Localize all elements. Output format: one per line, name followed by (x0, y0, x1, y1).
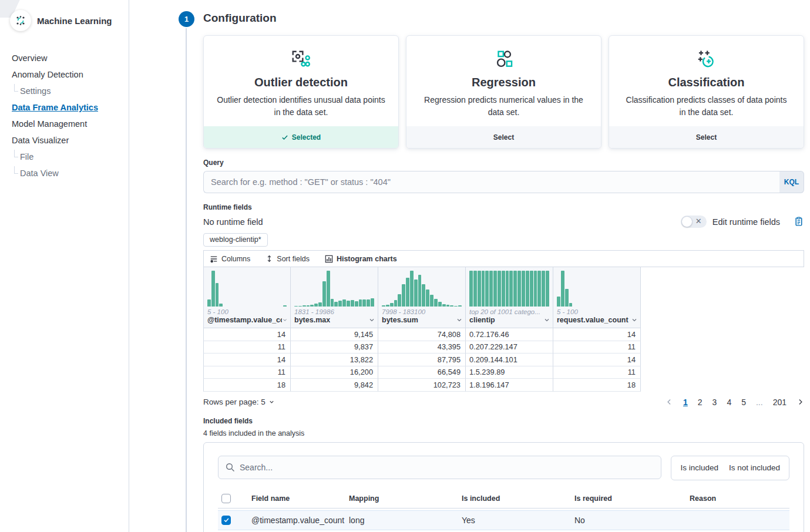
page-button-4[interactable]: 4 (727, 398, 731, 407)
cell: 0.209.144.101 (466, 353, 553, 366)
sidebar-item-data-visualizer[interactable]: Data Visualizer (0, 132, 129, 149)
histogram-icon (325, 255, 333, 263)
header-field-name[interactable]: Field name (247, 494, 344, 503)
sidebar: Machine Learning Overview Anomaly Detect… (0, 0, 129, 532)
toggle-off-x-icon: ✕ (695, 217, 702, 225)
search-icon (226, 463, 235, 472)
cell: 74,808 (378, 328, 466, 341)
query-input[interactable] (203, 171, 779, 193)
card-title: Regression (472, 76, 536, 89)
cell: 14 (553, 328, 641, 341)
machine-learning-logo-icon[interactable] (10, 10, 31, 31)
table-row: 14 13,822 87,795 0.209.144.101 14 (203, 353, 804, 366)
histogram-chart (204, 267, 290, 307)
row-checkbox[interactable] (221, 516, 231, 525)
is-not-included-filter-button[interactable]: Is not included (724, 456, 785, 480)
cell: 87,795 (378, 353, 466, 366)
columns-button[interactable]: Columns (210, 255, 250, 263)
card-select-footer[interactable]: Select (406, 126, 601, 148)
cell: 0.72.176.46 (466, 328, 553, 341)
card-regression[interactable]: Regression Regression predicts numerical… (406, 35, 601, 149)
chevron-down-icon (282, 316, 288, 324)
sidebar-item-settings[interactable]: Settings (0, 83, 129, 99)
cell-is-included: Yes (457, 516, 570, 525)
field-search-box (218, 456, 661, 479)
histogram-chart (291, 267, 378, 307)
sidebar-item-data-frame-analytics[interactable]: Data Frame Analytics (0, 99, 129, 116)
main-content: 1 Configuration Outlier detection Outlie… (129, 0, 810, 532)
header-is-required[interactable]: Is required (570, 494, 685, 503)
column-header-bytes-sum[interactable]: 7998 - 183100 bytes.sum (378, 267, 466, 328)
table-row: 14 9,145 74,808 0.72.176.46 14 (203, 328, 804, 341)
table-header-row: Field name Mapping Is included Is requir… (218, 490, 789, 509)
column-header-clientip[interactable]: top 20 of 1001 catego... clientip (466, 267, 553, 328)
toggle-knob (681, 216, 693, 227)
sidebar-nav: Overview Anomaly Detection Settings Data… (0, 50, 129, 181)
sidebar-item-anomaly-detection[interactable]: Anomaly Detection (0, 66, 129, 83)
histogram-chart (466, 267, 553, 307)
app-header: Machine Learning (0, 0, 129, 31)
kql-button[interactable]: KQL (779, 171, 804, 193)
sidebar-item-model-management[interactable]: Model Management (0, 116, 129, 132)
cell: 11 (553, 366, 641, 379)
cell: 14 (553, 353, 641, 366)
page-button-3[interactable]: 3 (712, 398, 717, 407)
edit-runtime-fields-toggle[interactable]: ✕ (681, 216, 707, 228)
card-title: Outlier detection (254, 76, 348, 89)
sort-fields-button[interactable]: Sort fields (265, 255, 310, 263)
card-classification[interactable]: Classification Classification predicts c… (609, 35, 804, 149)
table-row: 11 9,837 43,395 0.207.229.147 11 (203, 341, 804, 354)
page-button-5[interactable]: 5 (741, 398, 746, 407)
page-button-2[interactable]: 2 (698, 398, 703, 407)
runtime-fields-label: Runtime fields (203, 203, 804, 211)
cell: 9,145 (291, 328, 378, 341)
cell: 1.8.196.147 (466, 379, 553, 392)
cell-mapping: long (344, 516, 457, 525)
column-header-timestamp-value-count[interactable]: 5 - 100 @timestamp.value_count (203, 267, 291, 328)
card-select-footer[interactable]: Select (609, 126, 804, 148)
rows-per-page-selector[interactable]: Rows per page: 5 (203, 398, 275, 406)
card-description: Classification predicts classes of data … (609, 94, 804, 119)
sidebar-item-overview[interactable]: Overview (0, 50, 129, 66)
column-header-request-value-count[interactable]: 5 - 100 request.value_count (553, 267, 641, 328)
check-icon (281, 134, 288, 141)
previous-page-icon[interactable] (666, 398, 673, 406)
cell: 13,822 (291, 353, 378, 366)
chevron-down-icon (268, 399, 275, 405)
page-button-1[interactable]: 1 (683, 398, 688, 407)
query-label: Query (203, 159, 804, 167)
classification-icon (695, 49, 718, 71)
index-pattern-badge[interactable]: weblog-clientip* (203, 233, 268, 247)
page-title: Configuration (203, 12, 810, 25)
edit-runtime-fields-label: Edit runtime fields (712, 217, 780, 227)
header-mapping[interactable]: Mapping (344, 494, 457, 503)
header-reason: Reason (685, 494, 789, 503)
field-search-input[interactable] (240, 463, 654, 472)
chevron-down-icon (543, 316, 550, 324)
is-included-filter-button[interactable]: Is included (675, 456, 724, 480)
cell: 11 (203, 366, 291, 379)
data-grid-toolbar: Columns Sort fields Histogram charts (203, 250, 804, 267)
sidebar-item-data-view[interactable]: Data View (0, 165, 129, 181)
card-outlier-detection[interactable]: Outlier detection Outlier detection iden… (203, 35, 399, 149)
card-selected-footer[interactable]: Selected (204, 126, 398, 148)
cell-field-name: @timestamp.value_count (247, 516, 344, 525)
cell: 66,549 (378, 366, 466, 379)
cell: 43,395 (378, 341, 466, 354)
select-all-checkbox[interactable] (221, 494, 231, 503)
card-title: Classification (668, 76, 744, 89)
page-button-201[interactable]: 201 (773, 398, 787, 407)
header-is-included[interactable]: Is included (457, 494, 570, 503)
cell: 102,723 (378, 379, 466, 392)
card-description: Outlier detection identifies unusual dat… (204, 94, 398, 119)
cell: 18 (553, 379, 641, 392)
copy-to-clipboard-icon[interactable] (794, 217, 804, 227)
cell: 18 (203, 379, 291, 392)
sidebar-item-file[interactable]: File (0, 149, 129, 165)
filter-button-group: Is included Is not included (671, 456, 789, 480)
included-fields-label: Included fields (203, 417, 804, 425)
next-page-icon[interactable] (796, 398, 804, 406)
step-number-badge: 1 (179, 11, 194, 27)
column-header-bytes-max[interactable]: 1831 - 19986 bytes.max (291, 267, 378, 328)
histogram-charts-button[interactable]: Histogram charts (325, 255, 397, 263)
